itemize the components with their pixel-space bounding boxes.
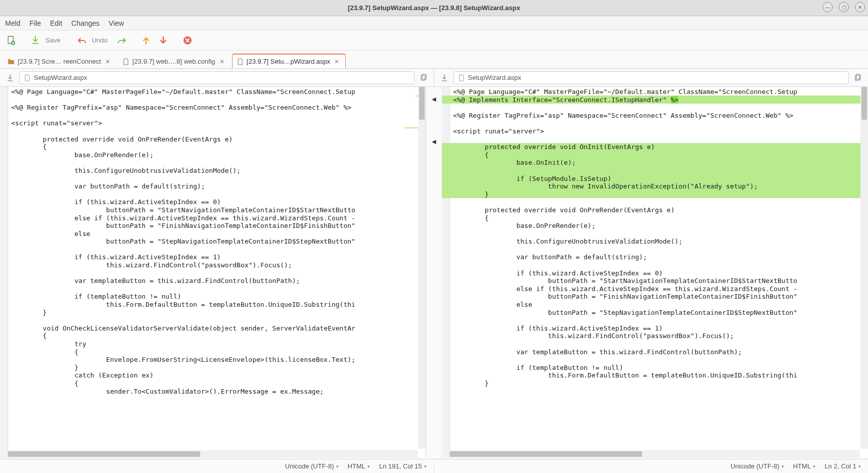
- document-plus-icon: [6, 35, 16, 45]
- encoding-selector-right[interactable]: Unicode (UTF-8)▾: [730, 462, 784, 470]
- maximize-button[interactable]: ▢: [839, 2, 849, 12]
- right-pane: <%@ Page Language="C#" MasterPageFile="~…: [442, 87, 868, 458]
- toolbar: Save Undo: [0, 30, 868, 51]
- tab-label: [23.9.7] Setu…pWizard.aspx: [247, 58, 330, 65]
- left-scrollbar-h[interactable]: [8, 450, 418, 458]
- svg-rect-2: [32, 43, 38, 44]
- code-block: protected override void OnPreRender(Even…: [453, 206, 797, 387]
- svg-rect-4: [8, 60, 14, 64]
- chevron-down-icon: ▾: [368, 464, 370, 469]
- lang-label: HTML: [348, 462, 366, 470]
- folder-icon: [8, 58, 15, 65]
- save-label: Save: [45, 36, 61, 44]
- minimize-button[interactable]: —: [823, 2, 833, 12]
- copy-icon: [854, 74, 862, 82]
- redo-button[interactable]: [115, 33, 129, 48]
- file-path-right[interactable]: SetupWizard.aspx: [453, 71, 849, 84]
- diff-container: <%@ Page Language="C#" MasterPageFile="~…: [0, 87, 868, 458]
- save-arrow-down-icon: [31, 36, 39, 45]
- tab-label: [23.9.7] web….8] web.config: [132, 58, 215, 65]
- new-comparison-button[interactable]: [4, 33, 18, 48]
- tab-webconfig[interactable]: [23.9.7] web….8] web.config ✕: [118, 54, 231, 68]
- undo-label: Undo: [92, 36, 108, 44]
- chevron-down-icon: ▾: [858, 464, 861, 469]
- right-scrollbar-v[interactable]: [860, 87, 868, 449]
- save-arrow-down-icon: [441, 74, 448, 82]
- copy-right-button[interactable]: [852, 72, 864, 84]
- file-icon: [458, 74, 465, 81]
- status-right: Unicode (UTF-8)▾ HTML▾ Ln 2, Col 1▾: [434, 459, 869, 473]
- diff-link-column: ◄ ◄: [426, 87, 442, 458]
- file-path-label: SetupWizard.aspx: [468, 74, 522, 81]
- tab-close-button[interactable]: ✕: [218, 58, 225, 65]
- copy-icon: [420, 74, 428, 82]
- redo-icon: [117, 37, 126, 44]
- file-icon: [122, 58, 129, 65]
- file-icon: [24, 74, 31, 81]
- close-circle-icon: [183, 36, 192, 45]
- left-gutter: [0, 87, 8, 458]
- file-path-left[interactable]: SetupWizard.aspx: [19, 71, 415, 84]
- left-scrollbar-v[interactable]: [418, 87, 426, 449]
- menu-view[interactable]: View: [109, 19, 124, 27]
- tab-label: [23.9.7] Scre… reenConnect: [18, 58, 101, 65]
- added-text: <%@ Implements Interface="ScreenConnect.…: [453, 96, 670, 104]
- statusbar: Unicode (UTF-8)▾ HTML▾ Ln 191, Col 15▾ U…: [0, 459, 868, 473]
- close-window-button[interactable]: ✕: [855, 2, 865, 12]
- prev-change-button[interactable]: [139, 33, 153, 48]
- added-block: protected override void OnInit(EventArgs…: [453, 143, 857, 198]
- position-label: Ln 2, Col 1: [825, 462, 856, 470]
- right-code[interactable]: <%@ Page Language="C#" MasterPageFile="~…: [450, 87, 860, 449]
- file-path-label: SetupWizard.aspx: [34, 74, 87, 81]
- code-block: <%@ Register TagPrefix="asp" Namespace="…: [453, 112, 793, 135]
- lang-selector-left[interactable]: HTML▾: [348, 462, 370, 470]
- undo-icon: [77, 37, 86, 44]
- menu-changes[interactable]: Changes: [71, 19, 100, 27]
- added-line: <%@ Implements Interface="ScreenConnect.…: [453, 96, 857, 104]
- menubar: Meld File Edit Changes View: [0, 16, 868, 30]
- encoding-selector-left[interactable]: Unicode (UTF-8)▾: [285, 462, 339, 470]
- copy-left-button[interactable]: [418, 72, 430, 84]
- chevron-down-icon: ▾: [813, 464, 815, 469]
- encoding-label: Unicode (UTF-8): [285, 462, 334, 470]
- next-change-button[interactable]: [156, 33, 170, 48]
- cancel-button[interactable]: [180, 33, 195, 48]
- added-text-strong: %>: [671, 96, 679, 104]
- merge-left-arrow-icon[interactable]: ◄: [431, 137, 438, 146]
- file-header-row: SetupWizard.aspx SetupWizard.aspx: [0, 69, 868, 87]
- save-arrow-down-icon: [7, 74, 14, 82]
- save-left-button[interactable]: [4, 72, 16, 84]
- file-header-left: SetupWizard.aspx: [0, 69, 434, 86]
- file-header-right: SetupWizard.aspx: [434, 69, 869, 86]
- save-button[interactable]: [28, 33, 42, 48]
- tabbar: [23.9.7] Scre… reenConnect ✕ [23.9.7] we…: [0, 51, 868, 69]
- titlebar: [23.9.7] SetupWizard.aspx — [23.9.8] Set…: [0, 0, 868, 16]
- menu-meld[interactable]: Meld: [5, 19, 20, 27]
- arrow-up-icon: [142, 36, 150, 45]
- chevron-down-icon: ▾: [336, 464, 339, 469]
- window-title: [23.9.7] SetupWizard.aspx — [23.9.8] Set…: [348, 4, 520, 12]
- code-line: <%@ Page Language="C#" MasterPageFile="~…: [453, 88, 797, 96]
- tab-screenconnect[interactable]: [23.9.7] Scre… reenConnect ✕: [3, 54, 117, 68]
- menu-edit[interactable]: Edit: [50, 19, 62, 27]
- menu-file[interactable]: File: [29, 19, 41, 27]
- encoding-label: Unicode (UTF-8): [730, 462, 780, 470]
- arrow-down-icon: [159, 36, 167, 45]
- lang-selector-right[interactable]: HTML▾: [793, 462, 815, 470]
- chevron-down-icon: ▾: [782, 464, 784, 469]
- svg-rect-6: [8, 80, 13, 81]
- chevron-down-icon: ▾: [424, 464, 427, 469]
- tab-close-button[interactable]: ✕: [104, 58, 111, 65]
- tab-close-button[interactable]: ✕: [333, 58, 340, 65]
- position-selector-right[interactable]: Ln 2, Col 1▾: [825, 462, 861, 470]
- tab-setupwizard[interactable]: [23.9.7] Setu…pWizard.aspx ✕: [232, 54, 346, 68]
- undo-button[interactable]: [75, 33, 89, 48]
- merge-left-arrow-icon[interactable]: ◄: [431, 95, 438, 103]
- lang-label: HTML: [793, 462, 811, 470]
- svg-rect-5: [8, 59, 11, 61]
- position-selector-left[interactable]: Ln 191, Col 15▾: [379, 462, 427, 470]
- save-right-button[interactable]: [438, 72, 450, 84]
- right-scrollbar-h[interactable]: [450, 450, 860, 458]
- left-code[interactable]: <%@ Page Language="C#" MasterPageFile="~…: [8, 87, 418, 449]
- left-pane: <%@ Page Language="C#" MasterPageFile="~…: [0, 87, 426, 458]
